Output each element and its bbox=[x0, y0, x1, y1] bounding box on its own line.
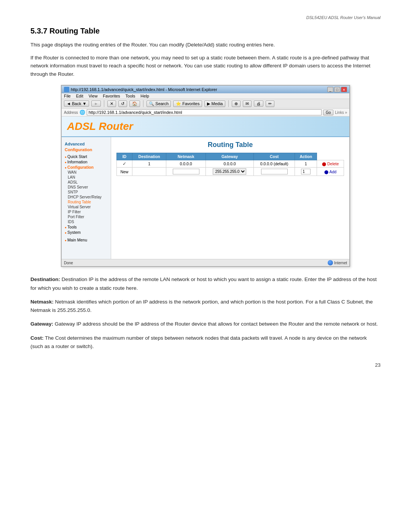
ie-icon bbox=[64, 87, 69, 92]
sidebar-item-routing-table[interactable]: Routing Table bbox=[62, 200, 111, 204]
desc-gateway-text: Gateway IP address should be the IP addr… bbox=[55, 321, 378, 327]
router-logo: ADSL Router bbox=[67, 120, 344, 133]
edit-button[interactable]: ✏ bbox=[266, 101, 274, 107]
cost-input[interactable] bbox=[301, 169, 311, 174]
col-gateway: Gateway bbox=[206, 153, 253, 160]
sidebar-item-ids[interactable]: IDS bbox=[62, 219, 111, 224]
browser-toolbar: ◄ Back ▼ ► ✕ ↺ 🏠 🔍 Search ⭐ Favorites ▶ … bbox=[62, 99, 349, 109]
sidebar-item-virtual-server[interactable]: Virtual Server bbox=[62, 204, 111, 209]
new-row-gateway[interactable] bbox=[254, 168, 295, 176]
status-done: Done bbox=[64, 261, 73, 265]
minimize-button[interactable]: _ bbox=[327, 87, 333, 92]
section-title: 5.3.7 Routing Table bbox=[30, 27, 381, 35]
menu-file[interactable]: File bbox=[64, 94, 71, 98]
toolbar-separator-3 bbox=[228, 100, 229, 107]
address-input[interactable] bbox=[87, 109, 322, 115]
desc-netmask-text: Netmask identifies which portion of an I… bbox=[30, 299, 373, 313]
page-number: 23 bbox=[30, 362, 381, 368]
sidebar-item-information[interactable]: Information bbox=[62, 159, 111, 165]
add-link[interactable]: Add bbox=[330, 169, 337, 174]
stop-button[interactable]: ✕ bbox=[107, 101, 116, 107]
logo-adsl: ADSL bbox=[67, 120, 96, 132]
new-row-action[interactable]: ⬤ Add bbox=[317, 168, 344, 176]
desc-cost-text: The Cost determines the maximum number o… bbox=[30, 335, 367, 349]
refresh-button[interactable]: ↺ bbox=[118, 101, 127, 107]
new-row-netmask[interactable]: 255.255.255.0 255.255.0.0 255.0.0.0 bbox=[206, 168, 253, 176]
sidebar-item-adsl[interactable]: ADSL bbox=[62, 180, 111, 185]
browser-menubar: File Edit View Favorites Tools Help bbox=[62, 93, 349, 99]
status-internet: Internet bbox=[328, 260, 347, 265]
forward-button[interactable]: ► bbox=[91, 101, 101, 107]
restore-button[interactable]: □ bbox=[334, 87, 340, 92]
sidebar-item-wan[interactable]: WAN bbox=[62, 170, 111, 175]
media-button[interactable]: ▶ Media bbox=[204, 101, 225, 107]
menu-view[interactable]: View bbox=[89, 94, 98, 98]
new-row-cost[interactable] bbox=[295, 168, 317, 176]
sidebar: Advanced Configuration Quick Start Infor… bbox=[62, 137, 111, 259]
favorites-button[interactable]: ⭐ Favorites bbox=[173, 101, 202, 107]
desc-cost: Cost: The Cost determines the maximum nu… bbox=[30, 334, 381, 351]
sidebar-item-configuration[interactable]: Configuration bbox=[62, 165, 111, 170]
col-destination: Destination bbox=[132, 153, 166, 160]
sidebar-item-main-menu[interactable]: Main Menu bbox=[62, 237, 111, 243]
sidebar-item-dns-server[interactable]: DNS Server bbox=[62, 185, 111, 190]
main-content: Routing Table ID Destination Netmask Gat… bbox=[111, 137, 349, 259]
intro-para-1: This page displays the routing entries o… bbox=[30, 41, 381, 49]
home-button[interactable]: 🏠 bbox=[129, 101, 140, 107]
browser-title: http://192.168.1.1/advanced/quick_start/… bbox=[71, 87, 217, 92]
gateway-input[interactable] bbox=[261, 169, 288, 174]
titlebar-left: http://192.168.1.1/advanced/quick_start/… bbox=[64, 87, 217, 92]
router-header: ADSL Router bbox=[62, 117, 349, 137]
mail-button[interactable]: ✉ bbox=[243, 101, 252, 107]
toolbar-separator-1 bbox=[104, 100, 104, 107]
browser-addressbar: Address 🌐 Go Links » bbox=[62, 109, 349, 117]
desc-netmask: Netmask: Netmask identifies which portio… bbox=[30, 298, 381, 315]
netmask-select[interactable]: 255.255.255.0 255.255.0.0 255.0.0.0 bbox=[213, 168, 246, 175]
sidebar-item-quickstart[interactable]: Quick Start bbox=[62, 154, 111, 159]
sidebar-item-dhcp[interactable]: DHCP Server/Relay bbox=[62, 195, 111, 200]
page-title: Routing Table bbox=[116, 141, 344, 149]
history-button[interactable]: ⊕ bbox=[232, 101, 241, 107]
menu-help[interactable]: Help bbox=[140, 94, 149, 98]
go-button[interactable]: Go bbox=[323, 110, 333, 115]
desc-netmask-term: Netmask: bbox=[30, 299, 54, 305]
menu-tools[interactable]: Tools bbox=[126, 94, 135, 98]
desc-destination-text: Destination IP is the address of the rem… bbox=[30, 276, 377, 291]
search-button[interactable]: 🔍 Search bbox=[147, 101, 171, 107]
desc-destination-term: Destination: bbox=[30, 276, 60, 282]
row-check: ✓ bbox=[117, 160, 132, 168]
toolbar-separator-2 bbox=[143, 100, 143, 107]
delete-link[interactable]: Delete bbox=[327, 161, 339, 166]
new-row-id bbox=[132, 168, 166, 176]
sidebar-item-tools[interactable]: Tools bbox=[62, 224, 111, 230]
col-action: Action bbox=[295, 153, 317, 160]
sidebar-item-sntp[interactable]: SNTP bbox=[62, 190, 111, 195]
sidebar-item-system[interactable]: System bbox=[62, 230, 111, 235]
back-button[interactable]: ◄ Back ▼ bbox=[64, 101, 89, 107]
row-gateway: 0.0.0.0 (default) bbox=[254, 160, 295, 168]
print-button[interactable]: 🖨 bbox=[254, 101, 263, 107]
col-netmask: Netmask bbox=[166, 153, 206, 160]
menu-favorites[interactable]: Favorites bbox=[103, 94, 120, 98]
globe-icon bbox=[328, 260, 333, 265]
desc-gateway-term: Gateway: bbox=[30, 321, 53, 327]
row-netmask: 0.0.0.0 bbox=[206, 160, 253, 168]
new-table-row: New 255.255.255.0 255.255.0.0 255.0.0.0 bbox=[117, 168, 344, 176]
new-row-label: New bbox=[117, 168, 132, 176]
router-page: ADSL Router Advanced Configuration Quick… bbox=[62, 117, 349, 259]
desc-destination: Destination: Destination IP is the addre… bbox=[30, 275, 381, 292]
routing-table: ID Destination Netmask Gateway Cost Acti… bbox=[116, 153, 344, 176]
close-button[interactable]: ✕ bbox=[341, 87, 347, 92]
address-icon: 🌐 bbox=[80, 110, 85, 115]
sidebar-advanced-label: Advanced bbox=[65, 142, 108, 146]
menu-edit[interactable]: Edit bbox=[76, 94, 83, 98]
sidebar-item-port-filter[interactable]: Port Filter bbox=[62, 214, 111, 219]
sidebar-item-ip-filter[interactable]: IP Filter bbox=[62, 209, 111, 214]
new-row-destination[interactable] bbox=[166, 168, 206, 176]
row-action[interactable]: ⬤ Delete bbox=[317, 160, 344, 168]
destination-input[interactable] bbox=[173, 169, 199, 174]
browser-window: http://192.168.1.1/advanced/quick_start/… bbox=[61, 85, 350, 267]
sidebar-item-lan[interactable]: LAN bbox=[62, 175, 111, 180]
titlebar-controls[interactable]: _ □ ✕ bbox=[327, 87, 347, 92]
sidebar-config-label: Configuration bbox=[65, 147, 108, 152]
